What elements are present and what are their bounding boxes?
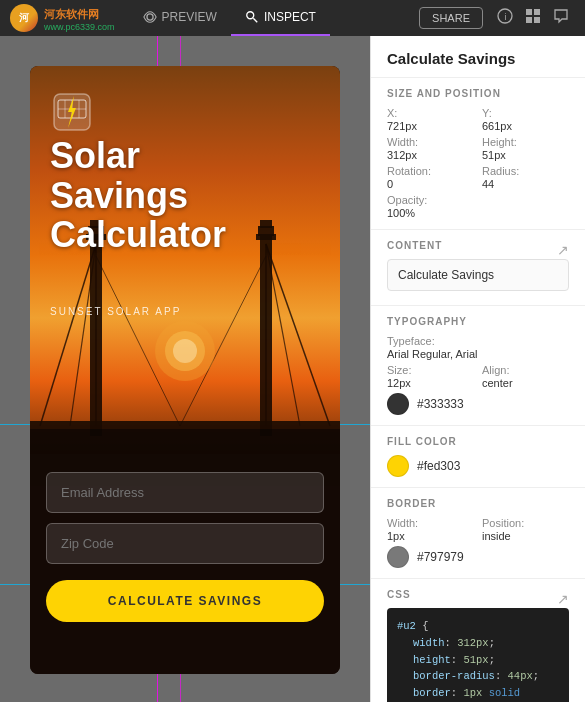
section-border: BORDER Width: 1px Position: inside #7979… <box>371 488 585 579</box>
prop-width: Width: 312px <box>387 136 474 161</box>
tab-preview-label: PREVIEW <box>162 10 217 24</box>
size-position-header: SIZE AND POSITION <box>387 88 569 99</box>
svg-line-17 <box>40 244 96 426</box>
content-expand-icon[interactable]: ↗ <box>557 242 569 258</box>
fill-color-swatch <box>387 455 409 477</box>
svg-rect-6 <box>534 9 540 15</box>
border-header: BORDER <box>387 498 569 509</box>
y-value: 661px <box>482 120 569 132</box>
app-preview: Solar Savings Calculator SUNSET SOLAR AP… <box>30 66 340 674</box>
calculate-savings-button[interactable]: CALCULATE SAVINGS <box>46 580 324 622</box>
border-color-swatch <box>387 546 409 568</box>
css-header-row: CSS ↗ <box>387 589 569 608</box>
comment-button[interactable] <box>547 8 575 28</box>
prop-x: X: 721px <box>387 107 474 132</box>
section-typography: TYPOGRAPHY Typeface: Arial Regular, Aria… <box>371 306 585 426</box>
tab-inspect[interactable]: INSPECT <box>231 0 330 36</box>
width-value: 312px <box>387 149 474 161</box>
svg-rect-16 <box>260 220 272 228</box>
border-color-row: #797979 <box>387 546 569 568</box>
opacity-value: 100% <box>387 207 474 219</box>
radius-value: 44 <box>482 178 569 190</box>
svg-rect-8 <box>534 17 540 23</box>
fill-color-value: #fed303 <box>417 459 460 473</box>
logo-main-text: 河东软件网 <box>44 8 99 20</box>
info-button[interactable]: i <box>491 8 519 28</box>
size-label: Size: <box>387 364 474 376</box>
typography-grid: Typeface: Arial Regular, Arial Size: 12p… <box>387 335 569 389</box>
fill-color-row: #fed303 <box>387 455 569 477</box>
top-navigation: 河 河东软件网 www.pc6339.com PREVIEW INSPECT S… <box>0 0 585 36</box>
height-value: 51px <box>482 149 569 161</box>
typography-color-swatch <box>387 393 409 415</box>
opacity-label: Opacity: <box>387 194 474 206</box>
x-value: 721px <box>387 120 474 132</box>
prop-y: Y: 661px <box>482 107 569 132</box>
share-button[interactable]: SHARE <box>419 7 483 29</box>
email-input[interactable] <box>46 472 324 513</box>
prop-typeface: Typeface: Arial Regular, Arial <box>387 335 569 360</box>
css-expand-icon[interactable]: ↗ <box>557 591 569 607</box>
prop-size: Size: 12px <box>387 364 474 389</box>
svg-rect-7 <box>526 17 532 23</box>
comment-icon <box>553 8 569 24</box>
prop-border-position: Position: inside <box>482 517 569 542</box>
grid-button[interactable] <box>519 8 547 28</box>
logo-icon: 河 <box>10 4 38 32</box>
align-label: Align: <box>482 364 569 376</box>
width-label: Width: <box>387 136 474 148</box>
section-size-position: SIZE AND POSITION X: 721px Y: 661px Widt… <box>371 78 585 230</box>
inspect-icon <box>245 10 259 24</box>
svg-line-2 <box>253 18 257 22</box>
content-header: CONTENT <box>387 240 442 251</box>
size-position-grid: X: 721px Y: 661px Width: 312px Height: 5… <box>387 107 569 219</box>
section-fill: FILL COLOR #fed303 <box>371 426 585 488</box>
main-content: Solar Savings Calculator SUNSET SOLAR AP… <box>0 36 585 702</box>
svg-point-29 <box>173 339 197 363</box>
content-header-row: CONTENT ↗ <box>387 240 569 259</box>
logo-sub-text: www.pc6339.com <box>44 22 115 32</box>
tab-inspect-label: INSPECT <box>264 10 316 24</box>
typography-header: TYPOGRAPHY <box>387 316 569 327</box>
inspect-panel: Calculate Savings SIZE AND POSITION X: 7… <box>370 36 585 702</box>
css-selector: #u2 { <box>397 618 559 635</box>
fill-header: FILL COLOR <box>387 436 569 447</box>
section-css: CSS ↗ #u2 { width: 312px; height: 51px; … <box>371 579 585 702</box>
css-line-1: width: 312px; <box>397 635 559 652</box>
tab-preview[interactable]: PREVIEW <box>129 0 231 36</box>
svg-point-1 <box>247 12 254 19</box>
content-value-box: Calculate Savings <box>387 259 569 291</box>
css-line-2: height: 51px; <box>397 652 559 669</box>
svg-rect-25 <box>30 421 340 429</box>
solar-icon-area <box>50 90 94 138</box>
grid-icon <box>525 8 541 24</box>
prop-border-width: Width: 1px <box>387 517 474 542</box>
app-subtitle: SUNSET SOLAR APP <box>50 306 181 317</box>
border-position-label: Position: <box>482 517 569 529</box>
rotation-label: Rotation: <box>387 165 474 177</box>
svg-line-20 <box>266 244 330 426</box>
css-line-3: border-radius: 44px; <box>397 668 559 685</box>
border-width-value: 1px <box>387 530 474 542</box>
solar-icon <box>50 90 94 134</box>
logo-text-group: 河东软件网 www.pc6339.com <box>44 4 115 32</box>
app-title: Solar Savings Calculator <box>50 136 226 255</box>
css-code-block: #u2 { width: 312px; height: 51px; border… <box>387 608 569 702</box>
prop-opacity: Opacity: 100% <box>387 194 474 219</box>
zip-input[interactable] <box>46 523 324 564</box>
typeface-value: Arial Regular, Arial <box>387 348 569 360</box>
align-value: center <box>482 377 569 389</box>
section-content: CONTENT ↗ Calculate Savings <box>371 230 585 306</box>
logo-area: 河 河东软件网 www.pc6339.com <box>10 4 115 32</box>
border-position-value: inside <box>482 530 569 542</box>
typography-color-value: #333333 <box>417 397 464 411</box>
inspect-panel-title: Calculate Savings <box>371 36 585 78</box>
rotation-value: 0 <box>387 178 474 190</box>
solar-title: Solar Savings Calculator <box>50 136 226 255</box>
x-label: X: <box>387 107 474 119</box>
prop-align: Align: center <box>482 364 569 389</box>
border-grid: Width: 1px Position: inside <box>387 517 569 542</box>
svg-point-0 <box>146 14 152 20</box>
prop-rotation: Rotation: 0 <box>387 165 474 190</box>
radius-label: Radius: <box>482 165 569 177</box>
